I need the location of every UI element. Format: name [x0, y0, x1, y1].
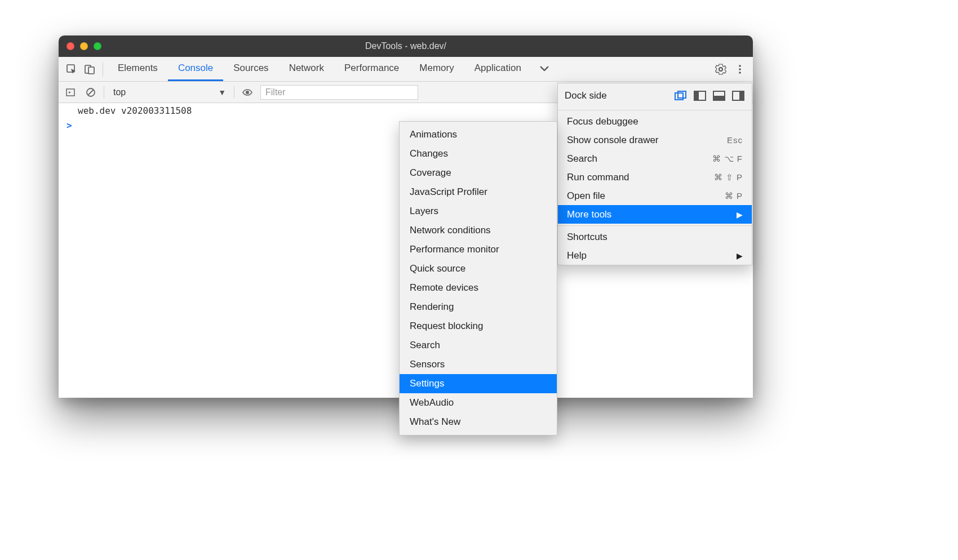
submenu-item-quick-source[interactable]: Quick source: [400, 259, 557, 278]
submenu-item-settings[interactable]: Settings: [400, 374, 557, 393]
submenu-item-sensors[interactable]: Sensors: [400, 355, 557, 374]
submenu-item-search[interactable]: Search: [400, 336, 557, 355]
dock-bottom-icon[interactable]: [712, 90, 726, 101]
panel-tabs: Elements Console Sources Network Perform…: [108, 57, 531, 81]
titlebar: DevTools - web.dev/: [59, 35, 753, 57]
tab-network[interactable]: Network: [279, 57, 334, 81]
submenu-item-label: Quick source: [410, 263, 465, 274]
submenu-item-changes[interactable]: Changes: [400, 144, 557, 163]
submenu-item-what-s-new[interactable]: What's New: [400, 412, 557, 432]
window-title: DevTools - web.dev/: [59, 41, 753, 51]
kebab-menu-icon[interactable]: [731, 61, 748, 78]
svg-rect-9: [675, 93, 683, 100]
tab-label: Performance: [344, 63, 399, 74]
more-tools-submenu: AnimationsChangesCoverageJavaScript Prof…: [399, 121, 557, 435]
svg-rect-10: [678, 91, 686, 98]
minimize-window-button[interactable]: [80, 42, 88, 50]
tab-performance[interactable]: Performance: [334, 57, 409, 81]
menu-item-shortcut: ⌘ P: [725, 191, 743, 201]
menu-item-label: Search: [567, 153, 597, 165]
submenu-item-animations[interactable]: Animations: [400, 125, 557, 144]
submenu-arrow-icon: ▶: [737, 251, 743, 260]
close-window-button[interactable]: [66, 42, 74, 50]
menu-item-label: Open file: [567, 190, 605, 202]
submenu-item-javascript-profiler[interactable]: JavaScript Profiler: [400, 183, 557, 202]
menu-item-search[interactable]: Search ⌘ ⌥ F: [558, 149, 752, 168]
menu-item-shortcut: Esc: [727, 135, 743, 145]
tab-elements[interactable]: Elements: [108, 57, 168, 81]
submenu-item-label: Coverage: [410, 167, 451, 179]
submenu-item-label: Sensors: [410, 359, 445, 370]
dock-left-icon[interactable]: [693, 90, 707, 101]
submenu-item-label: Performance monitor: [410, 244, 499, 255]
menu-item-label: Focus debuggee: [567, 116, 638, 127]
tab-console[interactable]: Console: [168, 57, 223, 81]
submenu-item-label: What's New: [410, 416, 460, 428]
device-toolbar-icon[interactable]: [81, 61, 98, 78]
submenu-item-label: Layers: [410, 206, 438, 217]
window-controls: [66, 42, 101, 50]
submenu-item-rendering[interactable]: Rendering: [400, 297, 557, 317]
console-prompt[interactable]: >: [66, 120, 72, 131]
tab-memory[interactable]: Memory: [409, 57, 464, 81]
execution-context-value: top: [113, 87, 126, 97]
submenu-item-layers[interactable]: Layers: [400, 202, 557, 221]
submenu-item-remote-devices[interactable]: Remote devices: [400, 278, 557, 297]
filter-input[interactable]: [260, 85, 418, 100]
svg-rect-16: [740, 91, 744, 100]
svg-rect-14: [713, 96, 725, 100]
menu-item-label: Run command: [567, 172, 629, 183]
menu-item-label: Help: [567, 250, 587, 261]
submenu-item-webaudio[interactable]: WebAudio: [400, 393, 557, 412]
inspect-element-icon[interactable]: [63, 61, 80, 78]
zoom-window-button[interactable]: [94, 42, 101, 50]
main-menu: Dock side Fo: [557, 83, 752, 265]
submenu-item-label: Request blocking: [410, 321, 483, 332]
submenu-item-label: Animations: [410, 129, 457, 140]
submenu-item-label: Remote devices: [410, 282, 478, 294]
live-expression-eye-icon[interactable]: [240, 85, 255, 100]
submenu-item-request-blocking[interactable]: Request blocking: [400, 317, 557, 336]
chevron-down-icon: ▼: [218, 88, 226, 97]
menu-item-focus-debuggee[interactable]: Focus debuggee: [558, 112, 752, 131]
submenu-item-label: Network conditions: [410, 225, 491, 236]
svg-point-5: [739, 72, 741, 74]
settings-gear-icon[interactable]: [712, 61, 729, 78]
svg-rect-12: [694, 91, 698, 100]
svg-rect-2: [88, 67, 94, 74]
more-tabs-icon[interactable]: [536, 61, 553, 78]
tab-label: Elements: [118, 63, 158, 74]
menu-item-show-console-drawer[interactable]: Show console drawer Esc: [558, 131, 752, 149]
toggle-sidebar-icon[interactable]: [63, 85, 78, 100]
submenu-item-label: Changes: [410, 148, 448, 159]
menu-item-shortcut: ⌘ ⌥ F: [712, 154, 743, 164]
menu-item-label: Show console drawer: [567, 135, 659, 146]
svg-point-3: [739, 65, 741, 67]
menu-item-label: Shortcuts: [567, 232, 607, 243]
menu-item-more-tools[interactable]: More tools ▶: [558, 205, 752, 224]
menu-item-help[interactable]: Help ▶: [558, 246, 752, 265]
submenu-item-label: Search: [410, 340, 440, 351]
menu-item-shortcuts[interactable]: Shortcuts: [558, 228, 752, 246]
menu-item-run-command[interactable]: Run command ⌘ ⇧ P: [558, 168, 752, 186]
tab-application[interactable]: Application: [464, 57, 531, 81]
tab-sources[interactable]: Sources: [223, 57, 278, 81]
menu-item-label: More tools: [567, 209, 611, 220]
dock-right-icon[interactable]: [731, 90, 745, 101]
submenu-item-label: Settings: [410, 378, 444, 389]
submenu-item-coverage[interactable]: Coverage: [400, 163, 557, 183]
svg-point-8: [246, 91, 249, 94]
tab-label: Memory: [419, 63, 454, 74]
submenu-item-network-conditions[interactable]: Network conditions: [400, 221, 557, 240]
devtools-window: DevTools - web.dev/ Elements Console S: [59, 35, 753, 398]
submenu-item-performance-monitor[interactable]: Performance monitor: [400, 240, 557, 259]
menu-item-open-file[interactable]: Open file ⌘ P: [558, 186, 752, 205]
submenu-arrow-icon: ▶: [737, 210, 743, 219]
clear-console-icon[interactable]: [83, 85, 98, 100]
svg-point-4: [739, 68, 741, 70]
execution-context-select[interactable]: top ▼: [110, 85, 228, 100]
menu-item-shortcut: ⌘ ⇧ P: [714, 172, 743, 183]
submenu-item-label: Rendering: [410, 301, 454, 313]
tab-label: Sources: [233, 63, 268, 74]
dock-undock-icon[interactable]: [674, 90, 688, 101]
